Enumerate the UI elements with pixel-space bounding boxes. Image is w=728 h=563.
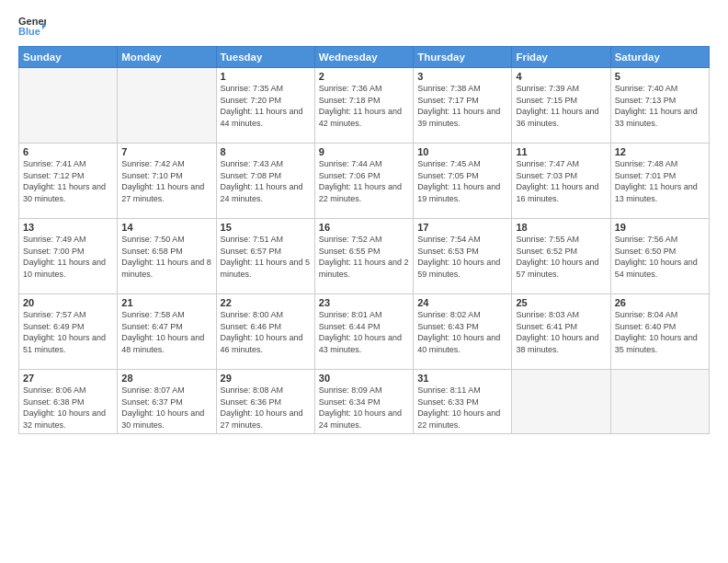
day-cell: 29Sunrise: 8:08 AM Sunset: 6:36 PM Dayli…: [216, 370, 314, 434]
weekday-header-thursday: Thursday: [414, 47, 512, 68]
page: General Blue SundayMondayTuesdayWednesda…: [0, 0, 728, 563]
day-info: Sunrise: 7:45 AM Sunset: 7:05 PM Dayligh…: [417, 158, 507, 204]
day-number: 12: [615, 146, 705, 157]
day-number: 30: [319, 373, 409, 384]
day-cell: [512, 370, 610, 434]
weekday-header-tuesday: Tuesday: [216, 47, 314, 68]
day-cell: 13Sunrise: 7:49 AM Sunset: 7:00 PM Dayli…: [19, 219, 118, 294]
day-info: Sunrise: 8:00 AM Sunset: 6:46 PM Dayligh…: [221, 309, 311, 355]
day-info: Sunrise: 7:51 AM Sunset: 6:57 PM Dayligh…: [221, 234, 311, 280]
day-number: 17: [417, 222, 507, 233]
weekday-header-sunday: Sunday: [19, 47, 118, 68]
day-number: 4: [516, 71, 606, 82]
day-number: 31: [417, 373, 507, 384]
day-info: Sunrise: 7:57 AM Sunset: 6:49 PM Dayligh…: [23, 309, 113, 355]
day-cell: 11Sunrise: 7:47 AM Sunset: 7:03 PM Dayli…: [512, 144, 610, 219]
day-cell: 12Sunrise: 7:48 AM Sunset: 7:01 PM Dayli…: [610, 144, 709, 219]
day-cell: 3Sunrise: 7:38 AM Sunset: 7:17 PM Daylig…: [414, 68, 512, 144]
weekday-header-monday: Monday: [118, 47, 216, 68]
weekday-header-row: SundayMondayTuesdayWednesdayThursdayFrid…: [19, 47, 710, 68]
day-info: Sunrise: 7:52 AM Sunset: 6:55 PM Dayligh…: [319, 234, 409, 280]
day-info: Sunrise: 8:01 AM Sunset: 6:44 PM Dayligh…: [319, 309, 409, 355]
day-cell: 30Sunrise: 8:09 AM Sunset: 6:34 PM Dayli…: [314, 370, 413, 434]
day-number: 29: [221, 373, 311, 384]
day-info: Sunrise: 7:47 AM Sunset: 7:03 PM Dayligh…: [516, 158, 606, 204]
day-number: 24: [417, 297, 507, 308]
day-number: 27: [23, 373, 113, 384]
week-row-2: 6Sunrise: 7:41 AM Sunset: 7:12 PM Daylig…: [19, 144, 710, 219]
day-info: Sunrise: 7:41 AM Sunset: 7:12 PM Dayligh…: [23, 158, 113, 204]
day-cell: 10Sunrise: 7:45 AM Sunset: 7:05 PM Dayli…: [414, 144, 512, 219]
day-number: 21: [121, 297, 211, 308]
day-number: 7: [121, 146, 211, 157]
day-cell: 22Sunrise: 8:00 AM Sunset: 6:46 PM Dayli…: [216, 294, 314, 370]
weekday-header-wednesday: Wednesday: [314, 47, 413, 68]
day-info: Sunrise: 8:08 AM Sunset: 6:36 PM Dayligh…: [221, 385, 311, 431]
day-number: 3: [417, 71, 507, 82]
day-info: Sunrise: 8:04 AM Sunset: 6:40 PM Dayligh…: [615, 309, 705, 355]
day-cell: 27Sunrise: 8:06 AM Sunset: 6:38 PM Dayli…: [19, 370, 118, 434]
week-row-4: 20Sunrise: 7:57 AM Sunset: 6:49 PM Dayli…: [19, 294, 710, 370]
day-cell: 2Sunrise: 7:36 AM Sunset: 7:18 PM Daylig…: [314, 68, 413, 144]
header: General Blue: [18, 15, 710, 37]
day-info: Sunrise: 7:39 AM Sunset: 7:15 PM Dayligh…: [516, 83, 606, 129]
day-info: Sunrise: 7:49 AM Sunset: 7:00 PM Dayligh…: [23, 234, 113, 280]
day-cell: 31Sunrise: 8:11 AM Sunset: 6:33 PM Dayli…: [414, 370, 512, 434]
day-cell: [610, 370, 709, 434]
day-info: Sunrise: 7:50 AM Sunset: 6:58 PM Dayligh…: [121, 234, 211, 280]
day-number: 23: [319, 297, 409, 308]
day-number: 18: [516, 222, 606, 233]
day-info: Sunrise: 8:11 AM Sunset: 6:33 PM Dayligh…: [417, 385, 507, 431]
day-cell: 24Sunrise: 8:02 AM Sunset: 6:43 PM Dayli…: [414, 294, 512, 370]
svg-text:Blue: Blue: [18, 26, 40, 37]
day-number: 6: [23, 146, 113, 157]
day-cell: 21Sunrise: 7:58 AM Sunset: 6:47 PM Dayli…: [118, 294, 216, 370]
day-info: Sunrise: 7:55 AM Sunset: 6:52 PM Dayligh…: [516, 234, 606, 280]
day-number: 5: [615, 71, 705, 82]
day-cell: 17Sunrise: 7:54 AM Sunset: 6:53 PM Dayli…: [414, 219, 512, 294]
day-number: 15: [221, 222, 311, 233]
day-cell: 15Sunrise: 7:51 AM Sunset: 6:57 PM Dayli…: [216, 219, 314, 294]
day-info: Sunrise: 7:48 AM Sunset: 7:01 PM Dayligh…: [615, 158, 705, 204]
day-number: 22: [221, 297, 311, 308]
day-number: 25: [516, 297, 606, 308]
day-cell: 4Sunrise: 7:39 AM Sunset: 7:15 PM Daylig…: [512, 68, 610, 144]
week-row-3: 13Sunrise: 7:49 AM Sunset: 7:00 PM Dayli…: [19, 219, 710, 294]
day-cell: 20Sunrise: 7:57 AM Sunset: 6:49 PM Dayli…: [19, 294, 118, 370]
day-info: Sunrise: 8:02 AM Sunset: 6:43 PM Dayligh…: [417, 309, 507, 355]
day-cell: 26Sunrise: 8:04 AM Sunset: 6:40 PM Dayli…: [610, 294, 709, 370]
day-cell: 19Sunrise: 7:56 AM Sunset: 6:50 PM Dayli…: [610, 219, 709, 294]
day-info: Sunrise: 8:09 AM Sunset: 6:34 PM Dayligh…: [319, 385, 409, 431]
day-info: Sunrise: 7:42 AM Sunset: 7:10 PM Dayligh…: [121, 158, 211, 204]
day-number: 1: [221, 71, 311, 82]
day-info: Sunrise: 8:07 AM Sunset: 6:37 PM Dayligh…: [121, 385, 211, 431]
day-number: 8: [221, 146, 311, 157]
day-info: Sunrise: 7:35 AM Sunset: 7:20 PM Dayligh…: [221, 83, 311, 129]
weekday-header-saturday: Saturday: [610, 47, 709, 68]
day-cell: 28Sunrise: 8:07 AM Sunset: 6:37 PM Dayli…: [118, 370, 216, 434]
week-row-5: 27Sunrise: 8:06 AM Sunset: 6:38 PM Dayli…: [19, 370, 710, 434]
day-number: 20: [23, 297, 113, 308]
day-number: 9: [319, 146, 409, 157]
calendar-table: SundayMondayTuesdayWednesdayThursdayFrid…: [18, 46, 710, 434]
day-cell: 9Sunrise: 7:44 AM Sunset: 7:06 PM Daylig…: [314, 144, 413, 219]
day-cell: 5Sunrise: 7:40 AM Sunset: 7:13 PM Daylig…: [610, 68, 709, 144]
day-info: Sunrise: 8:03 AM Sunset: 6:41 PM Dayligh…: [516, 309, 606, 355]
day-number: 11: [516, 146, 606, 157]
day-info: Sunrise: 7:40 AM Sunset: 7:13 PM Dayligh…: [615, 83, 705, 129]
day-cell: 7Sunrise: 7:42 AM Sunset: 7:10 PM Daylig…: [118, 144, 216, 219]
week-row-1: 1Sunrise: 7:35 AM Sunset: 7:20 PM Daylig…: [19, 68, 710, 144]
day-info: Sunrise: 7:43 AM Sunset: 7:08 PM Dayligh…: [221, 158, 311, 204]
day-info: Sunrise: 7:56 AM Sunset: 6:50 PM Dayligh…: [615, 234, 705, 280]
day-cell: 16Sunrise: 7:52 AM Sunset: 6:55 PM Dayli…: [314, 219, 413, 294]
day-cell: 6Sunrise: 7:41 AM Sunset: 7:12 PM Daylig…: [19, 144, 118, 219]
day-cell: 18Sunrise: 7:55 AM Sunset: 6:52 PM Dayli…: [512, 219, 610, 294]
day-number: 10: [417, 146, 507, 157]
day-cell: 25Sunrise: 8:03 AM Sunset: 6:41 PM Dayli…: [512, 294, 610, 370]
logo-icon: General Blue: [18, 15, 46, 37]
day-number: 2: [319, 71, 409, 82]
day-number: 16: [319, 222, 409, 233]
day-number: 13: [23, 222, 113, 233]
day-cell: 8Sunrise: 7:43 AM Sunset: 7:08 PM Daylig…: [216, 144, 314, 219]
day-info: Sunrise: 7:58 AM Sunset: 6:47 PM Dayligh…: [121, 309, 211, 355]
